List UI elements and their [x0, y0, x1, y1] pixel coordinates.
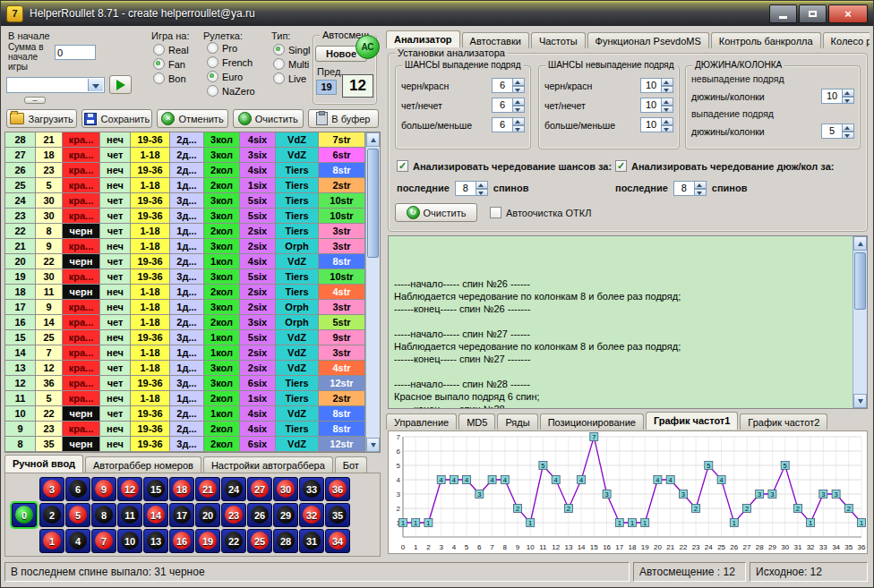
num-35-button[interactable]: 35	[325, 503, 350, 527]
chances-miss-spinner-2-down-button[interactable]	[662, 125, 673, 133]
input-tab-2[interactable]: Настройки автограббера	[203, 456, 333, 473]
num-23-button[interactable]: 23	[221, 503, 246, 527]
chances-miss-spinner-1-down-button[interactable]	[662, 106, 673, 114]
maximize-button[interactable]	[799, 4, 827, 23]
chances-miss-spinner-0-up-button[interactable]	[662, 78, 673, 86]
save-button[interactable]: Сохранить	[81, 109, 152, 128]
num-21-button[interactable]: 21	[195, 477, 220, 501]
chart-tab-3[interactable]: Позиционирование	[540, 413, 644, 430]
type-radio-Singl[interactable]: Singl	[273, 44, 310, 55]
main-tab-1[interactable]: Автоставки	[462, 32, 529, 48]
play-button[interactable]	[109, 75, 132, 94]
table-row[interactable]: 835черннеч19-363д...2кол6sixVdZ12str	[5, 437, 365, 452]
chances-hit-spinner-1-value[interactable]: 6	[492, 98, 513, 113]
input-tab-1[interactable]: Автограббер номеров	[85, 456, 201, 473]
num-3-button[interactable]: 3	[39, 477, 64, 501]
last-spins-chances-down-button[interactable]	[476, 189, 488, 197]
num-14-button[interactable]: 14	[143, 503, 168, 527]
table-row[interactable]: 2623кра...неч19-362д...2кол4sixTiers8str	[5, 163, 365, 178]
chances-miss-spinner-1-value[interactable]: 10	[640, 98, 662, 113]
table-row[interactable]: 2330кра...чет19-363д...3кол5sixTiers10st…	[5, 209, 365, 224]
main-tab-2[interactable]: Частоты	[531, 32, 586, 48]
chances-miss-spinner-1[interactable]: 10	[640, 98, 673, 113]
last-spins-chances-up-button[interactable]	[476, 181, 488, 189]
num-19-button[interactable]: 19	[195, 529, 220, 553]
roulette-radio-NaZero[interactable]: NaZero	[207, 85, 255, 97]
game-radio-Real[interactable]: Real	[153, 44, 189, 55]
game-radio-Fan[interactable]: Fan	[153, 58, 189, 70]
num-10-button[interactable]: 10	[117, 529, 142, 553]
chances-hit-spinner-0[interactable]: 6	[492, 78, 525, 93]
last-spins-dozen-up-button[interactable]	[695, 181, 707, 189]
table-row[interactable]: 219кра...неч1-181д...3кол2sixOrph3str	[5, 239, 365, 254]
autoclear-checkbox[interactable]	[490, 207, 501, 218]
chances-hit-spinner-1-up-button[interactable]	[513, 98, 525, 106]
chances-hit-spinner-2-value[interactable]: 6	[492, 117, 513, 132]
table-row[interactable]: 2022чернчет19-362д...1кол4sixVdZ8str	[5, 254, 365, 269]
num-29-button[interactable]: 29	[273, 503, 298, 527]
last-spins-chances-value[interactable]: 8	[455, 181, 476, 196]
dozen-hit-spinner-0-value[interactable]: 5	[821, 124, 843, 139]
collapse-button[interactable]: ─	[24, 97, 46, 104]
num-22-button[interactable]: 22	[221, 529, 246, 553]
chances-miss-spinner-0-down-button[interactable]	[662, 86, 673, 94]
table-row[interactable]: 1811черннеч1-181д...2кол2sixTiers4str	[5, 285, 365, 300]
chances-miss-spinner-0[interactable]: 10	[640, 78, 673, 93]
input-tab-3[interactable]: Бот	[335, 456, 367, 473]
num-31-button[interactable]: 31	[299, 529, 324, 553]
num-36-button[interactable]: 36	[325, 477, 350, 501]
num-18-button[interactable]: 18	[169, 477, 194, 501]
roulette-radio-Euro[interactable]: Euro	[207, 71, 255, 82]
num-7-button[interactable]: 7	[91, 529, 116, 553]
num-5-button[interactable]: 5	[65, 503, 90, 527]
num-1-button[interactable]: 1	[39, 529, 64, 553]
num-2-button[interactable]: 2	[39, 503, 64, 527]
dozen-hit-spinner-0[interactable]: 5	[821, 124, 854, 139]
main-tab-4[interactable]: Контроль банкролла	[711, 32, 821, 48]
chances-hit-spinner-1[interactable]: 6	[492, 98, 525, 113]
scroll-up-icon[interactable]	[366, 132, 380, 147]
table-row[interactable]: 1022чернчет19-362д...1кол4sixVdZ8str	[5, 406, 365, 422]
chart-tab-0[interactable]: Управление	[386, 413, 457, 430]
num-32-button[interactable]: 32	[299, 503, 324, 527]
minimize-button[interactable]	[769, 4, 797, 23]
last-spins-dozen-value[interactable]: 8	[673, 181, 695, 196]
log-scrollbar[interactable]	[853, 236, 867, 408]
main-tab-5[interactable]: Колесо ру	[823, 32, 870, 48]
table-row[interactable]: 1236кра...чет19-363д...3кол6sixTiers12st…	[5, 376, 365, 391]
num-15-button[interactable]: 15	[143, 477, 168, 501]
table-scrollbar[interactable]	[365, 132, 380, 452]
num-0-button[interactable]: 0	[12, 503, 37, 527]
analyze-dozen-checkbox[interactable]	[615, 160, 627, 172]
chances-miss-spinner-1-up-button[interactable]	[662, 98, 673, 106]
dozen-hit-spinner-0-up-button[interactable]	[843, 124, 854, 132]
num-27-button[interactable]: 27	[247, 477, 272, 501]
num-11-button[interactable]: 11	[117, 503, 142, 527]
start-sum-input[interactable]	[55, 45, 96, 60]
table-row[interactable]: 923кра...неч19-362д...2кол4sixTiers8str	[5, 422, 365, 437]
num-13-button[interactable]: 13	[143, 529, 168, 553]
last-spins-dozen[interactable]: 8	[673, 181, 707, 196]
num-16-button[interactable]: 16	[169, 529, 194, 553]
analyzer-log[interactable]: -----начало----- спин №26 ------ Наблюда…	[388, 235, 868, 409]
num-8-button[interactable]: 8	[91, 503, 116, 527]
num-33-button[interactable]: 33	[299, 477, 324, 501]
undo-button[interactable]: ×Отменить	[157, 109, 227, 128]
log-scroll-down-icon[interactable]	[853, 394, 867, 408]
roulette-radio-Pro[interactable]: Pro	[207, 42, 255, 54]
num-30-button[interactable]: 30	[273, 477, 298, 501]
chevron-down-icon[interactable]	[88, 79, 103, 91]
num-20-button[interactable]: 20	[195, 503, 220, 527]
num-17-button[interactable]: 17	[169, 503, 194, 527]
dozen-miss-spinner-0-up-button[interactable]	[843, 89, 854, 97]
chances-miss-spinner-2-up-button[interactable]	[662, 117, 673, 125]
last-spins-dozen-down-button[interactable]	[695, 189, 707, 197]
table-row[interactable]: 2430кра...чет19-363д...3кол5sixTiers10st…	[5, 193, 365, 209]
type-radio-Live[interactable]: Live	[273, 72, 310, 84]
chances-miss-spinner-2[interactable]: 10	[640, 117, 673, 132]
clear-button[interactable]: ○Очистить	[233, 109, 304, 128]
log-scroll-up-icon[interactable]	[853, 236, 867, 251]
chart-tab-1[interactable]: MD5	[458, 413, 495, 430]
chances-hit-spinner-2[interactable]: 6	[492, 117, 525, 132]
chances-miss-spinner-0-value[interactable]: 10	[640, 78, 662, 93]
